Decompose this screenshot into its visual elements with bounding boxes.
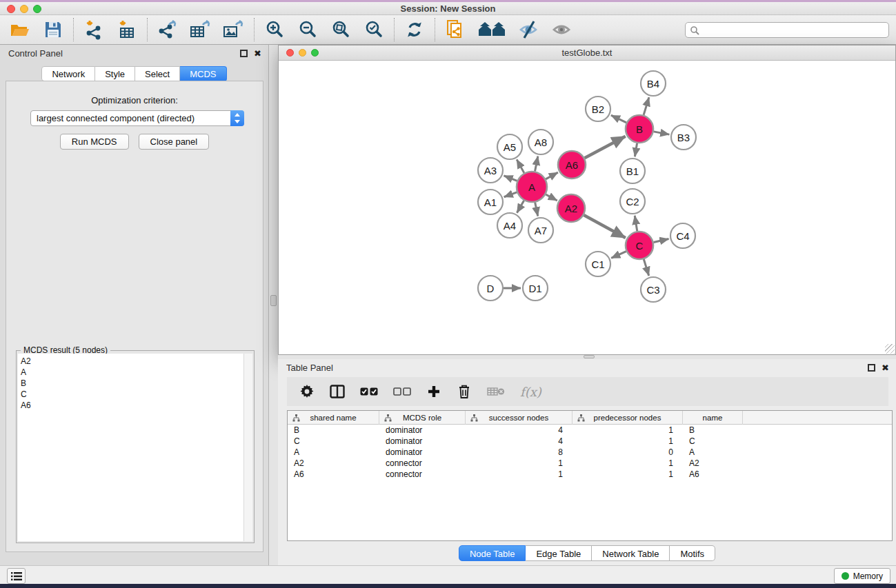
cell-name[interactable]: B <box>683 425 743 436</box>
node-A3[interactable]: A3 <box>478 158 503 183</box>
column-header-shared-name[interactable]: shared name <box>288 411 379 425</box>
cell-successor-nodes[interactable]: 4 <box>466 436 573 447</box>
cell-name[interactable]: A <box>683 447 743 458</box>
cell-MCDS-role[interactable]: dominator <box>379 447 466 458</box>
zoom-selected-icon[interactable] <box>362 18 386 41</box>
run-mcds-button[interactable]: Run MCDS <box>60 134 129 150</box>
tab-style[interactable]: Style <box>95 66 135 81</box>
task-history-button[interactable] <box>7 568 26 584</box>
node-A1[interactable]: A1 <box>478 190 503 214</box>
node-B3[interactable]: B3 <box>671 125 696 150</box>
cell-predecessor-nodes[interactable]: 1 <box>573 458 683 469</box>
edge-C-C4[interactable] <box>653 239 668 243</box>
vertical-split-divider[interactable] <box>269 45 278 565</box>
cell-shared-name[interactable]: A2 <box>288 458 379 469</box>
optimization-criterion-dropdown[interactable]: largest connected component (directed) <box>30 110 244 126</box>
cell-successor-nodes[interactable]: 4 <box>466 425 573 436</box>
table-row[interactable]: A6connector11A6 <box>288 469 892 480</box>
node-C2[interactable]: C2 <box>620 189 645 214</box>
tab-mcds[interactable]: MCDS <box>180 66 226 81</box>
cell-name[interactable]: A6 <box>683 469 743 480</box>
edge-C-C2[interactable] <box>635 216 637 232</box>
search-field[interactable] <box>685 22 889 38</box>
node-A7[interactable]: A7 <box>528 218 553 243</box>
apply-layout-icon[interactable] <box>403 18 426 41</box>
close-panel-icon[interactable]: ✖ <box>882 363 889 372</box>
close-panel-button[interactable]: Close panel <box>139 134 210 150</box>
tab-network[interactable]: Network <box>41 66 95 81</box>
select-all-checkboxes-icon[interactable] <box>360 382 378 401</box>
export-table-icon[interactable] <box>189 18 212 41</box>
cell-MCDS-role[interactable]: dominator <box>379 425 466 436</box>
window-resize-grip[interactable] <box>885 344 895 354</box>
hide-selected-icon[interactable] <box>517 18 540 41</box>
tab-motifs[interactable]: Motifs <box>670 545 715 561</box>
cell-shared-name[interactable]: A6 <box>288 469 379 480</box>
column-header-MCDS-role[interactable]: MCDS role <box>379 411 466 425</box>
tab-select[interactable]: Select <box>135 66 180 81</box>
cell-shared-name[interactable]: C <box>288 436 379 447</box>
network-canvas[interactable]: B4B2BB3A5A8A6A3B1AA1C2A2A4A7C4CC1DD1C3 <box>279 61 895 354</box>
edge-A-A5[interactable] <box>517 159 524 172</box>
table-row[interactable]: Bdominator41B <box>288 425 892 436</box>
add-column-icon[interactable] <box>426 382 441 401</box>
node-A6[interactable]: A6 <box>558 151 586 179</box>
float-panel-icon[interactable] <box>868 364 875 372</box>
node-A2[interactable]: A2 <box>557 194 585 222</box>
edge-B-B3[interactable] <box>654 132 670 134</box>
function-builder-icon[interactable]: f(x) <box>520 382 541 401</box>
cell-shared-name[interactable]: B <box>288 425 379 436</box>
save-session-icon[interactable] <box>41 18 65 41</box>
node-C3[interactable]: C3 <box>641 277 666 302</box>
cell-predecessor-nodes[interactable]: 1 <box>573 469 683 480</box>
cell-MCDS-role[interactable]: connector <box>379 469 466 480</box>
show-all-icon[interactable] <box>477 18 507 41</box>
columns-icon[interactable] <box>330 382 345 401</box>
node-C[interactable]: C <box>626 232 653 259</box>
tab-network-table[interactable]: Network Table <box>592 545 670 561</box>
node-B1[interactable]: B1 <box>620 159 645 183</box>
cell-predecessor-nodes[interactable]: 1 <box>573 425 683 436</box>
export-network-icon[interactable] <box>156 18 179 41</box>
divider-collapse-handle[interactable] <box>270 295 277 306</box>
cell-shared-name[interactable]: A <box>288 447 379 458</box>
edge-A-A4[interactable] <box>517 201 524 213</box>
edge-A-A7[interactable] <box>535 203 538 216</box>
cell-successor-nodes[interactable]: 1 <box>466 469 573 480</box>
mcds-result-item[interactable]: C <box>21 389 243 400</box>
delete-table-icon[interactable] <box>487 382 505 401</box>
edge-C-C3[interactable] <box>644 259 648 276</box>
settings-gear-icon[interactable] <box>299 382 315 401</box>
edge-B-B4[interactable] <box>644 97 649 115</box>
node-A[interactable]: A <box>517 172 547 202</box>
app-titlebar[interactable]: Session: New Session <box>0 2 896 15</box>
close-panel-icon[interactable]: ✖ <box>254 49 261 58</box>
cell-predecessor-nodes[interactable]: 1 <box>573 436 683 447</box>
column-header-name[interactable]: name <box>683 411 743 425</box>
column-header-successor-nodes[interactable]: successor nodes <box>466 411 573 425</box>
node-C4[interactable]: C4 <box>670 223 695 248</box>
search-input[interactable] <box>702 26 888 35</box>
edge-A6-B[interactable] <box>585 136 626 158</box>
result-list-scrollbar[interactable] <box>243 354 252 541</box>
column-header-predecessor-nodes[interactable]: predecessor nodes <box>573 411 683 425</box>
cell-MCDS-role[interactable]: dominator <box>379 436 466 447</box>
node-A4[interactable]: A4 <box>497 213 522 238</box>
edge-A-A3[interactable] <box>504 176 517 181</box>
edge-A-A8[interactable] <box>535 156 538 172</box>
divider-handle[interactable] <box>584 355 595 358</box>
node-B[interactable]: B <box>626 115 653 143</box>
zoom-fit-icon[interactable] <box>329 18 352 41</box>
mcds-result-item[interactable]: A6 <box>21 400 243 411</box>
export-image-icon[interactable] <box>222 18 246 41</box>
node-C1[interactable]: C1 <box>586 252 610 276</box>
show-selected-icon[interactable] <box>550 18 573 41</box>
node-B4[interactable]: B4 <box>641 71 666 96</box>
float-panel-icon[interactable] <box>240 50 248 57</box>
edge-C-C1[interactable] <box>611 252 626 258</box>
edge-B-B1[interactable] <box>635 143 637 157</box>
delete-column-icon[interactable] <box>457 382 472 401</box>
mcds-result-item[interactable]: B <box>21 378 243 389</box>
tab-node-table[interactable]: Node Table <box>459 545 526 561</box>
node-D1[interactable]: D1 <box>523 276 548 301</box>
